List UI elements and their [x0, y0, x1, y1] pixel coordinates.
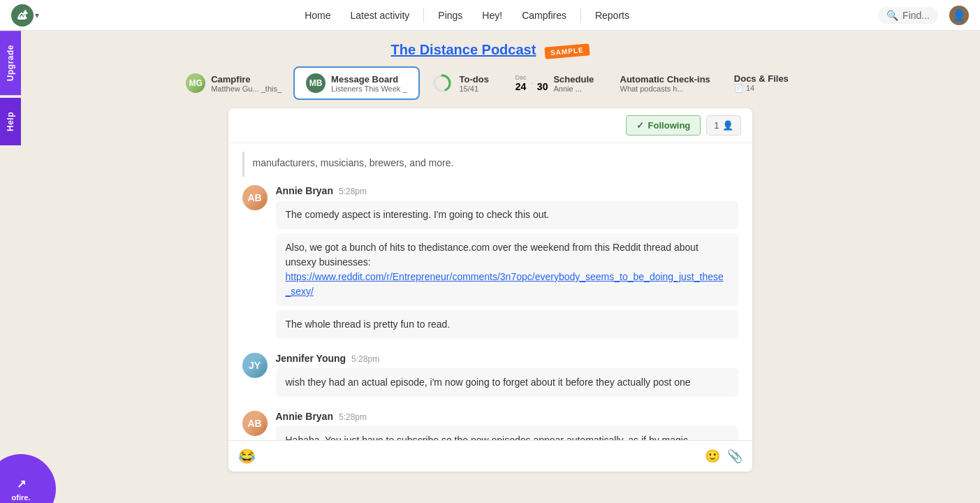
tab-docs-subtitle: 📄 14	[734, 84, 789, 93]
following-label: Following	[648, 120, 691, 131]
tab-bar: MG Campfire Matthew Gu... _this_ MB Mess…	[0, 66, 980, 108]
nav-latest-activity[interactable]: Latest activity	[342, 6, 418, 25]
nav-reports[interactable]: Reports	[587, 6, 638, 25]
message-time-1: 5:28pm	[339, 187, 367, 196]
tab-campfire[interactable]: MG Campfire Matthew Gu... _this_	[174, 67, 293, 99]
tab-docs-files[interactable]: Docs & Files 📄 14	[722, 67, 806, 99]
logo-icon: 🏕	[11, 4, 34, 27]
nav-home[interactable]: Home	[296, 6, 339, 25]
find-label: Find...	[902, 10, 930, 21]
avatar: AB	[242, 411, 268, 436]
following-bar: ✓ Following 1 👤	[228, 108, 752, 143]
tab-automatic-checkins[interactable]: Automatic Check-ins What podcasts h...	[608, 68, 722, 99]
message-author-3: Annie Bryan	[276, 411, 333, 422]
upgrade-tab[interactable]: Upgrade	[0, 31, 21, 95]
tab-schedule-content: Schedule Annie ...	[553, 74, 594, 93]
message-input[interactable]	[263, 451, 698, 462]
table-row: AB Annie Bryan 5:28pm The comedy aspect …	[242, 185, 738, 339]
schedule-date-2: 30	[537, 74, 548, 92]
message-author-2: Jennifer Young	[276, 353, 346, 364]
progress-ring-icon	[432, 73, 453, 94]
following-button[interactable]: ✓ Following	[626, 115, 701, 136]
schedule-dash: ·	[531, 78, 533, 88]
table-row: AB Annie Bryan 5:28pm Hahaha. You just h…	[242, 411, 738, 440]
tab-message-board-avatar: MB	[306, 73, 326, 93]
message-author-1: Annie Bryan	[276, 185, 333, 196]
attach-button[interactable]: 📎	[727, 449, 743, 464]
tab-message-board[interactable]: MB Message Board Listeners This Week _	[293, 66, 419, 100]
tab-schedule-title: Schedule	[553, 74, 594, 85]
tab-schedule-subtitle: Annie ...	[553, 85, 594, 93]
find-button[interactable]: 🔍 Find...	[878, 7, 938, 24]
intro-text: manufacturers, musicians, brewers, and m…	[253, 157, 454, 168]
tab-checkins-title: Automatic Check-ins	[620, 74, 710, 85]
tab-checkins-subtitle: What podcasts h...	[620, 85, 710, 93]
schedule-day-1: 24	[515, 81, 527, 92]
nav-hey[interactable]: Hey!	[474, 6, 511, 25]
tab-todos-subtitle: 15/41	[460, 85, 489, 93]
avatar: AB	[242, 185, 268, 210]
tab-checkins-content: Automatic Check-ins What podcasts h...	[620, 74, 710, 93]
message-block-2a: wish they had an actual episode, i'm now…	[276, 368, 738, 397]
message-block-1c: The whole thread is pretty fun to read.	[276, 310, 738, 339]
schedule-dates: Dec 24 · 30	[515, 74, 548, 92]
tab-campfire-content: Campfire Matthew Gu... _this_	[211, 74, 281, 93]
logo-dropdown-icon[interactable]: ▾	[35, 10, 39, 20]
emoji-button[interactable]: 🙂	[705, 449, 720, 464]
message-text-1b: Also, we got a bunch of hits to thedista…	[286, 242, 699, 268]
left-sidebar: Upgrade Help	[0, 31, 21, 503]
emoji-starter[interactable]: 😂	[238, 448, 256, 465]
messages-area[interactable]: manufacturers, musicians, brewers, and m…	[228, 143, 752, 440]
search-icon: 🔍	[886, 10, 898, 21]
tab-campfire-title: Campfire	[211, 74, 281, 85]
table-row: JY Jennifer Young 5:28pm wish they had a…	[242, 353, 738, 397]
tab-docs-title: Docs & Files	[734, 73, 789, 84]
schedule-month-1: Dec	[515, 74, 527, 81]
message-header-2: Jennifer Young 5:28pm	[276, 353, 738, 364]
follower-count[interactable]: 1 👤	[706, 115, 740, 136]
tab-schedule[interactable]: Dec 24 · 30 Schedule Annie ...	[504, 68, 608, 99]
message-header-3: Annie Bryan 5:28pm	[276, 411, 738, 422]
message-block-3a: Hahaha. You just have to subscribe so th…	[276, 426, 738, 440]
tab-campfire-subtitle: Matthew Gu... _this_	[211, 85, 281, 93]
tab-todos-content: To-dos 15/41	[432, 73, 489, 94]
avatar: JY	[242, 353, 268, 378]
message-text-1a: The comedy aspect is interesting. I'm go…	[286, 209, 550, 220]
top-nav: 🏕 ▾ Home Latest activity Pings Hey! Camp…	[0, 0, 980, 31]
follower-number: 1	[714, 120, 719, 131]
nav-links: Home Latest activity Pings Hey! Campfire…	[56, 6, 878, 25]
message-link-1[interactable]: https://www.reddit.com/r/Entrepreneur/co…	[286, 271, 724, 297]
intro-message: manufacturers, musicians, brewers, and m…	[242, 152, 738, 177]
tab-docs-content: Docs & Files 📄 14	[734, 73, 789, 93]
message-body-1: Annie Bryan 5:28pm The comedy aspect is …	[276, 185, 738, 339]
message-panel: ✓ Following 1 👤 manufacturers, musicians…	[228, 108, 752, 472]
page-header: The Distance Podcast SAMPLE	[0, 31, 980, 66]
message-time-2: 5:28pm	[351, 354, 379, 364]
message-block-1b: Also, we got a bunch of hits to thedista…	[276, 233, 738, 306]
nav-campfires[interactable]: Campfires	[513, 6, 575, 25]
message-block-1a: The comedy aspect is interesting. I'm go…	[276, 201, 738, 229]
nav-pings[interactable]: Pings	[430, 6, 471, 25]
message-text-1c: The whole thread is pretty fun to read.	[286, 319, 451, 330]
tab-message-board-content: Message Board Listeners This Week _	[331, 74, 407, 93]
tab-message-board-title: Message Board	[331, 74, 407, 85]
message-body-2: Jennifer Young 5:28pm wish they had an a…	[276, 353, 738, 397]
message-time-3: 5:28pm	[339, 412, 367, 422]
tab-todos[interactable]: To-dos 15/41	[420, 66, 504, 100]
tab-todos-text: To-dos 15/41	[460, 74, 489, 93]
app-logo[interactable]: 🏕 ▾	[11, 4, 39, 27]
person-icon: 👤	[722, 120, 733, 131]
help-tab[interactable]: Help	[0, 98, 21, 145]
message-body-3: Annie Bryan 5:28pm Hahaha. You just have…	[276, 411, 738, 440]
input-area: 😂 🙂 📎	[228, 440, 752, 472]
nav-sep-2	[580, 8, 581, 22]
checkmark-icon: ✓	[636, 120, 644, 131]
user-avatar[interactable]: 👤	[949, 6, 969, 25]
message-text-3a: Hahaha. You just have to subscribe so th…	[286, 435, 691, 440]
message-text-2a: wish they had an actual episode, i'm now…	[286, 377, 691, 388]
project-title[interactable]: The Distance Podcast	[391, 42, 536, 57]
sample-badge: SAMPLE	[544, 44, 590, 59]
tab-campfire-avatar: MG	[186, 73, 205, 93]
tab-todos-title: To-dos	[460, 74, 489, 85]
nav-sep-1	[423, 8, 424, 22]
